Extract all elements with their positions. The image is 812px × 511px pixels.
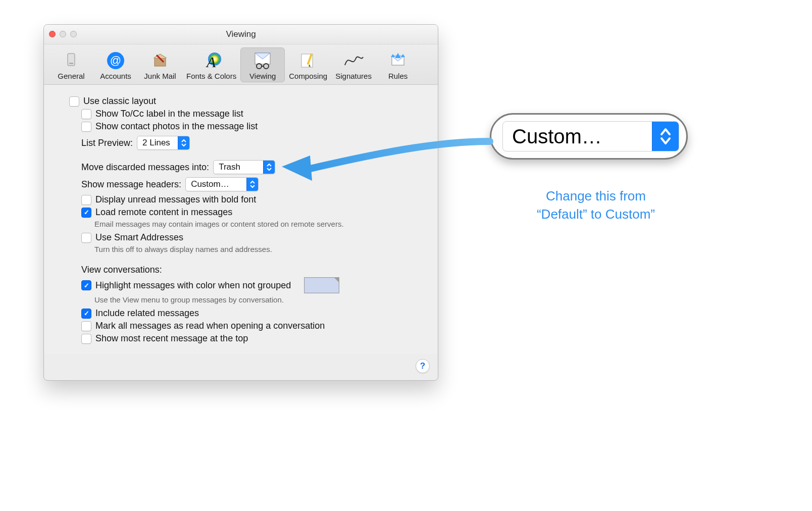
label-tocc: Show To/Cc label in the message list: [95, 109, 243, 119]
popup-move-discarded-value: Trash: [214, 161, 263, 174]
popup-show-headers-value: Custom…: [186, 178, 246, 191]
section-conversations: View conversations:: [81, 265, 423, 275]
note-smart-addresses: Turn this off to always display names an…: [94, 245, 423, 253]
label-display-unread-bold: Display unread messages with bold font: [95, 194, 256, 205]
toolbar-accounts[interactable]: @ Accounts: [93, 47, 138, 82]
label-contact-photos: Show contact photos in the message list: [95, 121, 258, 132]
chevron-updown-icon: [263, 161, 275, 174]
label-show-headers: Show message headers:: [81, 179, 181, 190]
svg-rect-1: [69, 63, 73, 64]
popup-list-preview[interactable]: 2 Lines: [137, 136, 190, 150]
checkbox-display-unread-bold[interactable]: [81, 195, 91, 205]
label-list-preview: List Preview:: [81, 138, 133, 148]
toolbar-fonts-colors[interactable]: A Fonts & Colors: [182, 47, 240, 82]
toolbar-label-rules: Rules: [388, 72, 408, 80]
popup-move-discarded[interactable]: Trash: [213, 160, 275, 174]
toolbar-composing[interactable]: Composing: [285, 47, 331, 82]
annotation-line2: “Default” to Custom”: [505, 205, 687, 223]
label-smart-addresses: Use Smart Addresses: [95, 232, 183, 243]
row-load-remote: Load remote content in messages: [81, 207, 423, 218]
row-highlight: Highlight messages with color when not g…: [81, 277, 423, 293]
minimize-icon[interactable]: [60, 31, 66, 37]
toolbar-label-composing: Composing: [289, 72, 327, 80]
preferences-window: Viewing General @ Accounts Junk Mail: [43, 24, 438, 381]
checkbox-highlight[interactable]: [81, 280, 91, 290]
toolbar-label-viewing: Viewing: [249, 72, 276, 80]
fullscreen-icon[interactable]: [70, 31, 77, 37]
toolbar-label-signatures: Signatures: [335, 72, 372, 80]
traffic-lights: [49, 31, 77, 37]
callout-popup-value: Custom…: [503, 122, 652, 151]
checkbox-mark-all-read[interactable]: [81, 321, 91, 331]
toolbar-viewing[interactable]: Viewing: [240, 47, 285, 82]
label-load-remote: Load remote content in messages: [95, 207, 232, 218]
label-move-discarded: Move discarded messages into:: [81, 162, 209, 173]
signatures-icon: [343, 50, 364, 71]
checkbox-contact-photos[interactable]: [81, 122, 91, 132]
popup-show-headers[interactable]: Custom…: [185, 177, 259, 191]
row-list-preview: List Preview: 2 Lines: [81, 136, 423, 150]
color-swatch[interactable]: [304, 277, 339, 293]
help-icon: ?: [420, 361, 425, 371]
checkbox-include-related[interactable]: [81, 309, 91, 319]
toolbar-label-junk-mail: Junk Mail: [144, 72, 176, 80]
checkbox-show-recent-top[interactable]: [81, 334, 91, 344]
toolbar-general[interactable]: General: [49, 47, 93, 82]
help-button[interactable]: ?: [416, 359, 430, 373]
chevron-updown-icon: [246, 178, 258, 191]
label-highlight: Highlight messages with color when not g…: [95, 280, 291, 291]
row-display-unread-bold: Display unread messages with bold font: [81, 194, 423, 205]
row-move-discarded: Move discarded messages into: Trash: [69, 160, 423, 174]
window-titlebar: Viewing: [44, 25, 438, 44]
toolbar-rules[interactable]: Rules: [376, 47, 420, 82]
window-title: Viewing: [44, 29, 438, 39]
junk-mail-icon: [149, 50, 171, 71]
toolbar-signatures[interactable]: Signatures: [331, 47, 376, 82]
row-smart-addresses: Use Smart Addresses: [81, 232, 423, 243]
general-icon: [61, 50, 82, 71]
row-show-recent-top: Show most recent message at the top: [81, 333, 423, 344]
label-show-recent-top: Show most recent message at the top: [95, 333, 248, 344]
row-classic-layout: Use classic layout: [69, 96, 423, 107]
close-icon[interactable]: [49, 31, 56, 37]
row-include-related: Include related messages: [81, 308, 423, 319]
row-mark-all-read: Mark all messages as read when opening a…: [81, 321, 423, 331]
checkbox-tocc-label[interactable]: [81, 109, 91, 119]
row-show-headers: Show message headers: Custom…: [69, 177, 423, 191]
annotation-line1: Change this from: [505, 187, 687, 205]
composing-icon: [297, 50, 319, 71]
svg-text:A: A: [206, 54, 216, 70]
preferences-body: Use classic layout Show To/Cc label in t…: [44, 85, 438, 354]
chevron-updown-icon: [178, 136, 189, 149]
toolbar: General @ Accounts Junk Mail: [44, 44, 438, 85]
label-classic-layout: Use classic layout: [83, 96, 156, 107]
toolbar-label-fonts-colors: Fonts & Colors: [186, 72, 236, 80]
note-load-remote: Email messages may contain images or con…: [94, 220, 423, 228]
callout-popup[interactable]: Custom…: [502, 121, 679, 151]
label-include-related: Include related messages: [95, 308, 199, 319]
chevron-updown-icon: [652, 122, 679, 151]
viewing-icon: [252, 50, 273, 71]
toolbar-label-accounts: Accounts: [100, 72, 131, 80]
callout-bubble: Custom…: [490, 113, 688, 160]
checkbox-smart-addresses[interactable]: [81, 233, 91, 243]
checkbox-classic-layout[interactable]: [69, 96, 79, 107]
row-contact-photos: Show contact photos in the message list: [81, 121, 423, 132]
annotation-text: Change this from “Default” to Custom”: [505, 187, 687, 224]
checkbox-load-remote[interactable]: [81, 208, 91, 218]
label-mark-all-read: Mark all messages as read when opening a…: [95, 321, 325, 331]
rules-icon: [387, 50, 409, 71]
accounts-icon: @: [105, 50, 126, 71]
fonts-colors-icon: A: [201, 50, 222, 71]
toolbar-label-general: General: [58, 72, 84, 80]
svg-text:@: @: [110, 54, 121, 67]
toolbar-junk-mail[interactable]: Junk Mail: [138, 47, 182, 82]
row-tocc-label: Show To/Cc label in the message list: [81, 109, 423, 119]
note-highlight: Use the View menu to group messages by c…: [94, 295, 423, 304]
popup-list-preview-value: 2 Lines: [137, 136, 178, 149]
